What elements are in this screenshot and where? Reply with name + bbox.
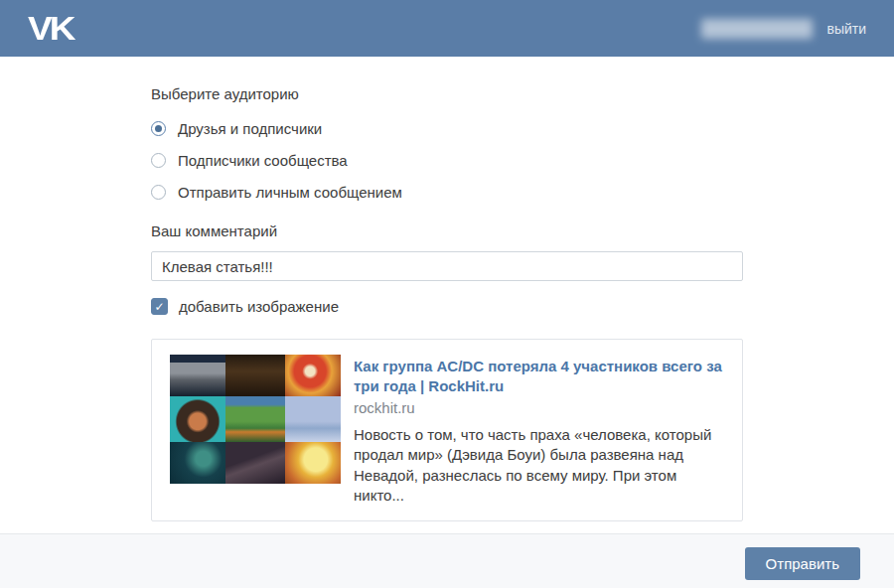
thumbnail-tile: [170, 355, 225, 396]
audience-option-label: Подписчики сообщества: [178, 152, 348, 169]
share-form: Выберите аудиторию Друзья и подписчики П…: [0, 57, 894, 521]
thumbnail-tile: [225, 396, 285, 442]
header-right-group: выйти: [701, 19, 866, 39]
checkmark-icon: ✓: [154, 301, 164, 313]
thumbnail-tile: [170, 396, 225, 442]
add-image-label: добавить изображение: [179, 298, 339, 315]
link-thumbnail-collage-icon: [170, 355, 341, 484]
add-image-checkbox[interactable]: ✓: [151, 298, 168, 315]
vk-logo-icon[interactable]: VK: [28, 11, 73, 45]
logout-link[interactable]: выйти: [826, 21, 866, 37]
submit-button[interactable]: Отправить: [745, 547, 860, 580]
footer-bar: Отправить: [0, 533, 894, 588]
audience-option-label: Друзья и подписчики: [178, 120, 322, 137]
thumbnail-tile: [285, 396, 341, 442]
add-image-checkbox-row[interactable]: ✓ добавить изображение: [151, 298, 894, 315]
thumbnail-tile: [170, 442, 225, 484]
audience-radio-2[interactable]: [151, 185, 166, 200]
link-title[interactable]: Как группа AC/DC потеряла 4 участников в…: [354, 357, 724, 395]
radio-dot-icon: [155, 125, 162, 132]
audience-option-friends[interactable]: Друзья и подписчики: [151, 119, 894, 138]
thumbnail-tile: [285, 442, 341, 484]
audience-radio-0[interactable]: [151, 121, 166, 136]
link-preview-card: Как группа AC/DC потеряла 4 участников в…: [151, 339, 743, 521]
link-description: Новость о том, что часть праха «человека…: [354, 425, 724, 506]
thumbnail-tile: [285, 355, 341, 396]
header-bar: VK выйти: [0, 0, 894, 57]
comment-label: Ваш комментарий: [151, 222, 894, 239]
audience-radio-1[interactable]: [151, 153, 166, 168]
audience-option-label: Отправить личным сообщением: [178, 184, 402, 201]
link-preview-text: Как группа AC/DC потеряла 4 участников в…: [354, 355, 724, 506]
audience-option-private-message[interactable]: Отправить личным сообщением: [151, 183, 894, 202]
audience-radio-group: Друзья и подписчики Подписчики сообществ…: [151, 119, 894, 202]
audience-option-community[interactable]: Подписчики сообщества: [151, 151, 894, 170]
thumbnail-tile: [225, 355, 285, 396]
vk-share-dialog: VK выйти Выберите аудиторию Друзья и под…: [0, 0, 894, 588]
thumbnail-tile: [225, 442, 285, 484]
audience-label: Выберите аудиторию: [151, 85, 894, 102]
comment-input[interactable]: [151, 251, 743, 281]
blurred-username: [701, 19, 813, 39]
link-domain: rockhit.ru: [354, 399, 724, 416]
